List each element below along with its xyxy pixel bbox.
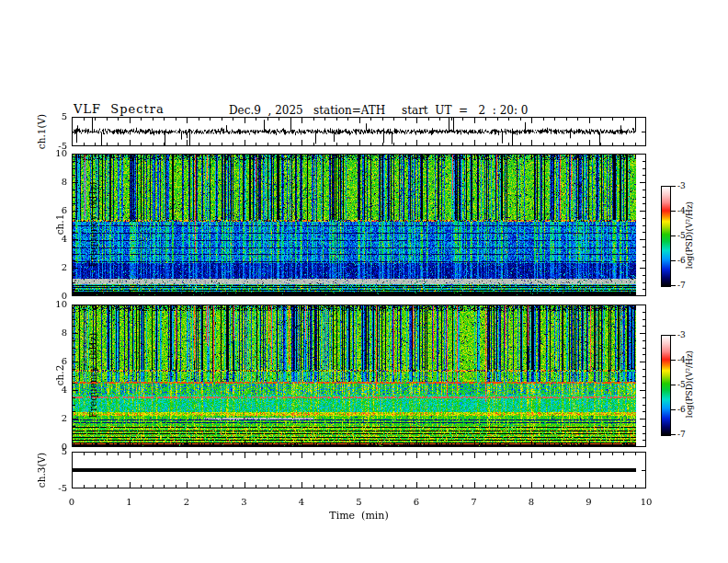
colorbar-ch2-label: log(PSD)(V²/Hz) — [684, 329, 694, 440]
freq-tick-8: 8 — [47, 178, 67, 187]
freq-tick-8: 8 — [47, 328, 67, 338]
ch2-spectrogram-panel — [72, 304, 646, 447]
freq-tick-4: 4 — [47, 385, 67, 395]
y-tick-5: 5 — [47, 112, 67, 121]
colorbar-ch2 — [661, 335, 671, 436]
colorbar-tick-mark — [671, 285, 676, 286]
colorbar-ch1 — [661, 186, 671, 287]
x-tick-8: 8 — [518, 498, 545, 507]
colorbar-tick-mark — [671, 260, 676, 261]
vlf-spectra-figure: VLF Spectra Dec.9 , 2025 station=ATH sta… — [0, 0, 728, 563]
ch1-spec-ylabel: ch.1 Frequency (kHz) — [32, 151, 54, 298]
x-tick-6: 6 — [403, 498, 430, 507]
freq-tick-6: 6 — [47, 206, 67, 215]
figure-start-ut: start UT = 2 : 20: 0 — [402, 104, 528, 117]
freq-tick-10: 10 — [47, 149, 67, 158]
x-axis-title: Time (min) — [303, 510, 415, 522]
x-tick-0: 0 — [58, 498, 85, 507]
colorbar-tick-mark — [671, 360, 676, 361]
x-tick-7: 7 — [461, 498, 488, 507]
freq-tick-6: 6 — [47, 357, 67, 366]
colorbar-tick-mark — [671, 335, 676, 336]
figure-station: station=ATH — [313, 104, 385, 117]
y-tick--5: -5 — [47, 484, 67, 493]
ch1-spec-ylabel-line2: Frequency (kHz) — [87, 151, 98, 298]
colorbar-tick-mark — [671, 409, 676, 410]
colorbar-tick-mark — [671, 385, 676, 385]
colorbar-tick-mark — [671, 236, 676, 236]
freq-tick-10: 10 — [47, 300, 67, 309]
x-tick-9: 9 — [575, 498, 603, 507]
figure-title: VLF Spectra — [74, 102, 165, 116]
x-tick-2: 2 — [173, 498, 200, 507]
ch3-wave-ylabel: ch.3(V) — [36, 415, 47, 525]
colorbar-tick-mark — [671, 211, 676, 212]
ch2-spec-ylabel-line2: Frequency (kHz) — [87, 302, 98, 449]
ch1-waveform-panel — [72, 117, 646, 146]
ch1-spec-ylabel-line1: ch.1 — [54, 151, 65, 298]
colorbar-tick-mark — [671, 186, 676, 187]
colorbar-tick-mark — [671, 434, 676, 435]
freq-tick-4: 4 — [47, 235, 67, 244]
figure-date: Dec.9 , 2025 — [229, 104, 303, 117]
x-tick-5: 5 — [346, 498, 373, 507]
colorbar-ch1-label: log(PSD)(V²/Hz) — [684, 180, 694, 291]
ch3-waveform-panel — [72, 452, 646, 488]
freq-tick-2: 2 — [47, 414, 67, 423]
y-tick-5: 5 — [47, 447, 67, 456]
ch2-spec-ylabel-line1: ch.2 — [54, 302, 65, 449]
x-tick-10: 10 — [632, 498, 660, 507]
ch1-spectrogram-panel — [72, 154, 646, 296]
x-tick-4: 4 — [288, 498, 315, 507]
x-tick-3: 3 — [231, 498, 258, 507]
x-tick-1: 1 — [116, 498, 143, 507]
freq-tick-2: 2 — [47, 263, 67, 272]
